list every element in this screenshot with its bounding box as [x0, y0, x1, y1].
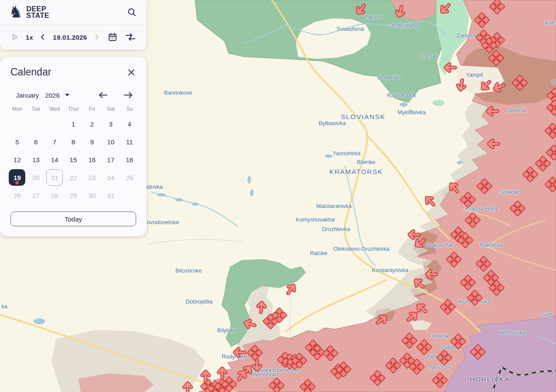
- day-cell[interactable]: 1: [65, 116, 82, 132]
- day-cell[interactable]: 29: [65, 187, 82, 204]
- battle-marker[interactable]: [446, 251, 462, 268]
- battle-marker[interactable]: [489, 0, 505, 15]
- day-cell: [9, 116, 25, 132]
- day-cell[interactable]: 18: [121, 151, 138, 168]
- battle-marker[interactable]: [546, 99, 556, 116]
- day-cell[interactable]: 5: [9, 133, 25, 150]
- day-cell[interactable]: 11: [121, 133, 138, 150]
- battle-marker[interactable]: [369, 370, 386, 386]
- day-cell[interactable]: 6: [27, 133, 44, 150]
- battle-marker[interactable]: [544, 123, 556, 139]
- day-cell[interactable]: 9: [84, 133, 100, 150]
- day-cell[interactable]: 21: [46, 169, 63, 186]
- day-cell[interactable]: 7: [46, 133, 63, 150]
- search-button[interactable]: [126, 6, 138, 18]
- deepstate-map-app: YarovaSviatohirskDrobysheveLymanZarichne…: [0, 0, 556, 392]
- battle-marker[interactable]: [474, 12, 490, 28]
- day-cell[interactable]: 22: [65, 169, 82, 186]
- day-cell[interactable]: 14: [46, 151, 63, 168]
- day-cell[interactable]: 12: [9, 151, 25, 168]
- day-cell[interactable]: 4: [121, 116, 138, 132]
- day-cell[interactable]: 25: [121, 169, 138, 186]
- day-cell[interactable]: 30: [84, 187, 100, 204]
- weekday-label: Wed: [45, 106, 64, 112]
- battle-marker[interactable]: [450, 333, 467, 350]
- battle-marker[interactable]: [401, 332, 418, 349]
- battle-marker[interactable]: [476, 178, 493, 194]
- attack-arrow[interactable]: [216, 365, 228, 381]
- battle-marker[interactable]: [416, 339, 432, 355]
- battle-marker[interactable]: [488, 280, 505, 296]
- battle-marker[interactable]: [436, 349, 453, 366]
- day-cell[interactable]: 28: [46, 187, 63, 204]
- battle-marker[interactable]: [385, 357, 402, 374]
- calendar-icon: [108, 32, 117, 42]
- attack-arrow[interactable]: [231, 347, 247, 358]
- battle-marker[interactable]: [460, 274, 476, 291]
- battle-marker[interactable]: [271, 307, 288, 324]
- battle-marker[interactable]: [268, 377, 285, 392]
- attack-arrow[interactable]: [442, 62, 458, 73]
- battle-marker[interactable]: [460, 191, 476, 208]
- battle-marker[interactable]: [464, 212, 481, 228]
- battle-marker[interactable]: [439, 299, 456, 315]
- month-select[interactable]: January: [16, 92, 39, 99]
- knight-logo-icon: ♞: [9, 4, 23, 20]
- attack-arrow[interactable]: [255, 299, 268, 315]
- day-cell[interactable]: 27: [27, 187, 44, 204]
- day-cell[interactable]: 26: [9, 187, 25, 204]
- battle-marker[interactable]: [522, 166, 539, 183]
- calendar-close-button[interactable]: [127, 68, 136, 77]
- top-panel: ♞ DEEP STATE 1x: [0, 0, 147, 50]
- battle-marker[interactable]: [432, 372, 448, 389]
- chevron-down-icon[interactable]: [65, 94, 69, 96]
- day-cell[interactable]: 16: [84, 151, 100, 168]
- play-icon: [10, 33, 19, 41]
- attack-arrow[interactable]: [484, 106, 500, 117]
- app-header: ♞ DEEP STATE: [0, 0, 147, 25]
- battle-marker[interactable]: [470, 344, 486, 360]
- battle-marker[interactable]: [322, 345, 339, 361]
- compare-dates-button[interactable]: [124, 31, 137, 43]
- day-cell[interactable]: 17: [103, 151, 119, 168]
- battle-marker[interactable]: [457, 232, 474, 249]
- battle-marker[interactable]: [544, 176, 556, 193]
- day-cell[interactable]: 8: [65, 133, 82, 150]
- prev-month-button[interactable]: [97, 90, 109, 100]
- battle-marker[interactable]: [335, 361, 352, 378]
- day-cell[interactable]: 20: [27, 169, 44, 186]
- speed-button[interactable]: 1x: [26, 34, 33, 41]
- arrow-right-icon: [123, 91, 134, 99]
- weekday-label: Mon: [8, 106, 27, 112]
- calendar-button[interactable]: [107, 31, 118, 43]
- today-button[interactable]: Today: [10, 211, 136, 226]
- current-date[interactable]: 19.01.2026: [53, 34, 87, 41]
- day-cell[interactable]: 24: [103, 169, 119, 186]
- battle-marker[interactable]: [509, 200, 526, 217]
- attack-arrow[interactable]: [485, 138, 501, 150]
- attack-arrow[interactable]: [199, 368, 211, 384]
- day-cell[interactable]: 31: [103, 187, 119, 204]
- day-cell[interactable]: 3: [103, 116, 119, 132]
- battle-marker[interactable]: [299, 378, 316, 392]
- next-day-button[interactable]: [93, 33, 101, 41]
- day-cell[interactable]: 10: [103, 133, 119, 150]
- battle-marker[interactable]: [511, 75, 528, 91]
- weekday-label: Thur: [64, 106, 83, 112]
- prev-day-button[interactable]: [38, 33, 47, 41]
- battle-marker[interactable]: [467, 290, 483, 306]
- day-cell[interactable]: 19: [9, 169, 25, 186]
- attack-arrow[interactable]: [182, 380, 193, 392]
- battle-marker[interactable]: [408, 358, 425, 375]
- day-grid: 1234567891011121314151617181920212223242…: [0, 116, 147, 204]
- day-cell[interactable]: 2: [84, 116, 100, 132]
- day-cell[interactable]: 15: [65, 151, 82, 168]
- day-cell[interactable]: 23: [84, 169, 100, 186]
- next-month-button[interactable]: [122, 90, 134, 100]
- year-select[interactable]: 2026: [45, 92, 59, 99]
- play-button[interactable]: [10, 32, 20, 42]
- attack-arrow[interactable]: [423, 269, 439, 280]
- battle-marker[interactable]: [488, 50, 505, 66]
- day-cell[interactable]: 13: [27, 151, 44, 168]
- day-cell: [121, 187, 138, 204]
